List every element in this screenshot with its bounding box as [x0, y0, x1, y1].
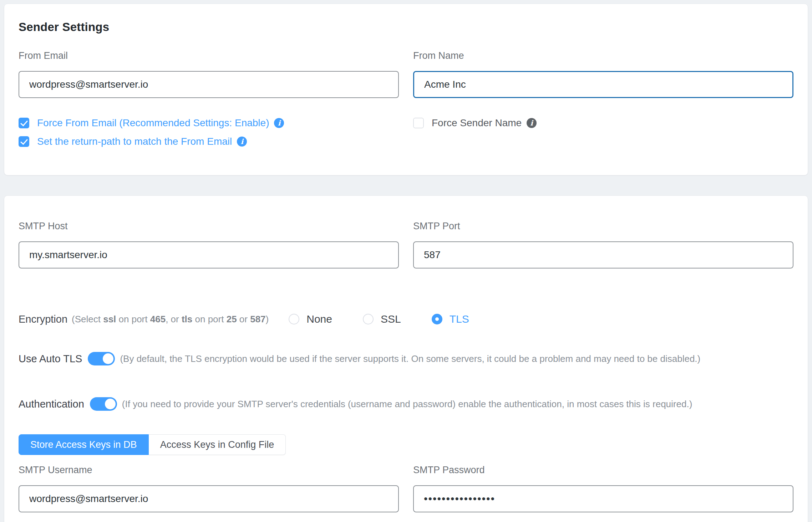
radio-selected-icon[interactable] — [432, 314, 442, 324]
encryption-option-ssl[interactable]: SSL — [363, 313, 401, 325]
return-path-label[interactable]: Set the return-path to match the From Em… — [37, 136, 232, 147]
smtp-host-input[interactable] — [19, 241, 399, 268]
force-sender-name-checkbox[interactable] — [413, 118, 424, 128]
authentication-description: (If you need to provide your SMTP server… — [122, 399, 692, 410]
authentication-row: Authentication (If you need to provide y… — [19, 396, 793, 412]
sender-settings-title: Sender Settings — [19, 20, 793, 34]
smtp-settings-card: SMTP Host SMTP Port Encryption (Select s… — [4, 195, 808, 522]
force-from-email-label[interactable]: Force From Email (Recommended Settings: … — [37, 117, 269, 129]
smtp-host-field-group: SMTP Host — [19, 221, 399, 268]
smtp-port-field-group: SMTP Port — [413, 221, 793, 268]
tab-access-keys-in-config-file[interactable]: Access Keys in Config File — [149, 434, 286, 455]
from-name-label: From Name — [413, 50, 793, 61]
auto-tls-row: Use Auto TLS (By default, the TLS encryp… — [19, 351, 793, 367]
smtp-username-input[interactable] — [19, 485, 399, 512]
sender-settings-card: Sender Settings From Email From Name For… — [4, 4, 808, 175]
encryption-tls-label: TLS — [450, 313, 469, 325]
from-name-input[interactable] — [413, 71, 793, 98]
sender-checkboxes-right: Force Sender Name i — [413, 116, 793, 153]
info-icon[interactable]: i — [274, 118, 284, 128]
smtp-password-label: SMTP Password — [413, 465, 793, 475]
return-path-row: Set the return-path to match the From Em… — [19, 134, 399, 149]
auto-tls-label: Use Auto TLS — [19, 353, 82, 365]
sender-checkboxes-left: Force From Email (Recommended Settings: … — [19, 116, 399, 153]
smtp-port-label: SMTP Port — [413, 221, 793, 231]
auto-tls-toggle[interactable] — [88, 352, 115, 365]
toggle-knob — [102, 352, 115, 365]
from-name-field-group: From Name — [413, 50, 793, 98]
encryption-row: Encryption (Select ssl on port 465, or t… — [19, 311, 793, 327]
auto-tls-description: (By default, the TLS encryption would be… — [120, 353, 700, 364]
tab-store-access-keys-in-db[interactable]: Store Access Keys in DB — [19, 434, 149, 455]
smtp-password-field-group: SMTP Password — [413, 465, 793, 512]
encryption-ssl-label: SSL — [381, 313, 401, 325]
encryption-radio-group: None SSL TLS — [289, 313, 499, 325]
smtp-username-field-group: SMTP Username — [19, 465, 399, 512]
encryption-hint: (Select ssl on port 465, or tls on port … — [72, 314, 269, 325]
force-from-email-row: Force From Email (Recommended Settings: … — [19, 116, 399, 130]
encryption-option-tls[interactable]: TLS — [432, 313, 469, 325]
smtp-username-label: SMTP Username — [19, 465, 399, 475]
toggle-knob — [104, 398, 117, 410]
from-email-input[interactable] — [19, 71, 399, 98]
info-icon[interactable]: i — [237, 137, 247, 147]
smtp-password-input[interactable] — [413, 485, 793, 512]
from-email-label: From Email — [19, 50, 399, 61]
radio-icon[interactable] — [363, 314, 374, 324]
encryption-none-label: None — [306, 313, 332, 325]
radio-icon[interactable] — [289, 314, 299, 324]
force-sender-name-label[interactable]: Force Sender Name — [432, 117, 522, 129]
smtp-port-input[interactable] — [413, 241, 793, 268]
authentication-label: Authentication — [19, 398, 84, 410]
return-path-checkbox[interactable] — [19, 136, 29, 147]
force-from-email-checkbox[interactable] — [19, 118, 29, 128]
authentication-toggle[interactable] — [90, 397, 117, 411]
key-storage-tabs: Store Access Keys in DB Access Keys in C… — [19, 434, 286, 455]
from-email-field-group: From Email — [19, 50, 399, 98]
info-icon[interactable]: i — [527, 118, 537, 128]
encryption-option-none[interactable]: None — [289, 313, 332, 325]
smtp-host-label: SMTP Host — [19, 221, 399, 231]
force-sender-name-row: Force Sender Name i — [413, 116, 793, 130]
encryption-label: Encryption — [19, 313, 67, 325]
